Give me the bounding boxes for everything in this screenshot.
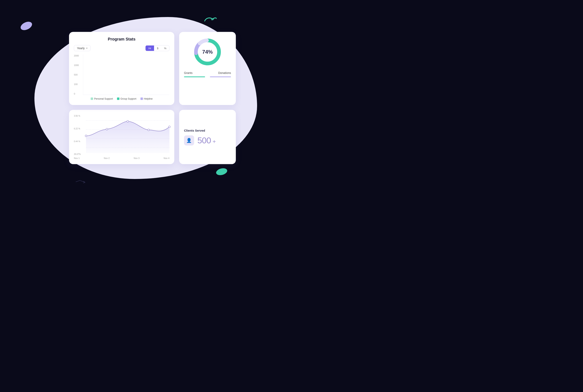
- x-label-nov1: Nov 1: [74, 157, 80, 159]
- line-chart-svg: [86, 115, 169, 155]
- y-label-622: 6.22 %: [74, 128, 81, 130]
- yearly-label: Yearly: [77, 46, 85, 50]
- donations-label: Donations: [218, 71, 231, 74]
- y-label-1000: 1000: [74, 64, 79, 66]
- line-chart-area: 3.56 % 6.22 % 0.44 % 26.67%: [74, 115, 169, 155]
- legend-helpline: Helpline: [140, 98, 153, 100]
- chart-legend: Personal Support Group Support Helpline: [74, 98, 169, 100]
- data-point-1: [85, 135, 87, 137]
- x-label-nov2: Nov 2: [104, 157, 110, 159]
- deco-purple-left: [19, 20, 33, 32]
- donut-legend: [184, 76, 231, 77]
- donut-wrapper: 74%: [192, 37, 223, 67]
- legend-label-personal: Personal Support: [94, 98, 113, 100]
- legend-dot-personal: [91, 98, 93, 100]
- donut-card: 74% Grants Donations: [179, 32, 236, 105]
- donut-center-text: 74%: [202, 49, 213, 55]
- x-label-nov3: Nov 3: [134, 157, 139, 159]
- program-stats-title: Program Stats: [74, 37, 169, 42]
- data-point-5: [168, 126, 170, 128]
- x-label-nov4: Nov 4: [164, 157, 169, 159]
- legend-dot-helpline: [140, 98, 143, 100]
- card-controls: Yearly ▾ Hr $ %: [74, 45, 169, 51]
- data-point-2: [106, 128, 108, 130]
- data-point-3: [127, 120, 128, 122]
- yearly-dropdown[interactable]: Yearly ▾: [74, 45, 90, 51]
- legend-dot-group: [117, 98, 119, 100]
- clients-card: Clients Served 👤 500 +: [179, 110, 236, 164]
- y-axis-labels: 2000 1000 500 100 0: [74, 54, 79, 95]
- scene: Program Stats Yearly ▾ Hr $ % 2000 1000 …: [0, 0, 291, 196]
- svg-point-1: [215, 168, 228, 176]
- y-label-356: 3.56 %: [74, 115, 81, 117]
- metric-toggles: Hr $ %: [145, 45, 169, 51]
- y-label-2667: 26.67%: [74, 153, 81, 155]
- y-label-2000: 2000: [74, 54, 79, 57]
- line-y-labels: 3.56 % 6.22 % 0.44 % 26.67%: [74, 115, 81, 155]
- clients-plus: +: [213, 138, 216, 144]
- deco-teal-top: [204, 16, 217, 22]
- clients-number-group: 500 +: [197, 136, 216, 145]
- bars-container: [83, 54, 169, 95]
- svg-point-2: [19, 20, 33, 32]
- grants-bar: [184, 76, 205, 77]
- deco-teal-bottom: [215, 168, 229, 176]
- line-chart-card: 3.56 % 6.22 % 0.44 % 26.67%: [69, 110, 174, 164]
- donut-labels: Grants Donations: [184, 71, 231, 74]
- cards-area: Program Stats Yearly ▾ Hr $ % 2000 1000 …: [69, 32, 236, 164]
- legend-label-helpline: Helpline: [144, 98, 153, 100]
- x-axis-labels: Nov 1 Nov 2 Nov 3 Nov 4: [74, 157, 169, 159]
- y-label-500: 500: [74, 74, 79, 76]
- donations-bar: [210, 76, 231, 77]
- legend-personal-support: Personal Support: [91, 98, 113, 100]
- deco-arrow-bottom: [75, 179, 87, 184]
- clients-avatar: 👤: [184, 135, 194, 146]
- grants-label: Grants: [184, 71, 192, 74]
- legend-group-support: Group Support: [117, 98, 136, 100]
- bar-chart: 2000 1000 500 100 0: [74, 54, 169, 95]
- clients-served-title: Clients Served: [184, 128, 231, 132]
- data-point-4: [148, 129, 149, 131]
- clients-number: 500: [197, 136, 211, 145]
- y-label-100: 100: [74, 83, 79, 86]
- metric-btn-hr[interactable]: Hr: [145, 45, 154, 51]
- y-label-0: 0: [74, 92, 79, 95]
- y-label-044: 0.44 %: [74, 140, 81, 142]
- metric-btn-dollar[interactable]: $: [154, 45, 161, 51]
- clients-content: 👤 500 +: [184, 135, 231, 146]
- chevron-down-icon: ▾: [86, 47, 87, 50]
- avatar-icon: 👤: [186, 138, 192, 143]
- program-stats-card: Program Stats Yearly ▾ Hr $ % 2000 1000 …: [69, 32, 174, 105]
- metric-btn-percent[interactable]: %: [161, 45, 169, 51]
- legend-label-group: Group Support: [120, 98, 136, 100]
